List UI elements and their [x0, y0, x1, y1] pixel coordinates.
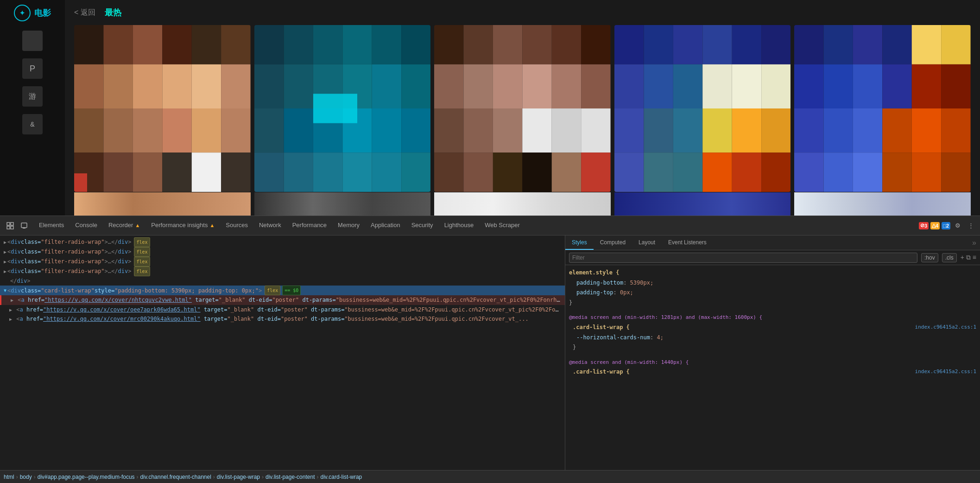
triangle-icon-9[interactable]: ▶ — [9, 317, 12, 322]
devtools-right-controls: ⊘ 3 △ 4 □ 2 ⚙ ⋮ — [919, 220, 976, 231]
inspect-element-button[interactable] — [4, 219, 17, 232]
copy-style-icon[interactable]: ⧉ — [966, 254, 971, 261]
triangle-icon-7[interactable]: ▶ — [11, 298, 13, 303]
tab-lighthouse[interactable]: Lighthouse — [439, 216, 480, 235]
html-line-link-3[interactable]: ▶ <a href="https://v.qq.com/x/cover/mrc0… — [0, 314, 565, 324]
svg-rect-60 — [254, 153, 284, 192]
styles-content[interactable]: element.style { padding-bottom: 5390px; … — [565, 265, 980, 470]
svg-rect-25 — [103, 153, 133, 192]
svg-rect-14 — [133, 64, 162, 108]
triangle-icon-3[interactable]: ▶ — [4, 258, 6, 266]
triangle-icon-2[interactable]: ▶ — [4, 248, 6, 256]
svg-rect-122 — [644, 64, 673, 108]
svg-rect-166 — [883, 108, 912, 153]
svg-rect-123 — [673, 64, 702, 108]
tab-performance-insights[interactable]: Performance insights ▲ — [145, 216, 220, 235]
svg-rect-46 — [372, 25, 401, 64]
svg-rect-88 — [522, 64, 551, 108]
svg-rect-154 — [883, 25, 912, 64]
tab-elements[interactable]: Elements — [33, 216, 70, 235]
breadcrumb-html[interactable]: html — [4, 474, 14, 480]
toggle-style-icon[interactable]: ≡ — [973, 254, 976, 261]
movie-card-5[interactable] — [794, 25, 971, 192]
svg-rect-59 — [401, 108, 430, 153]
tab-application[interactable]: Application — [365, 216, 406, 235]
red-side-element — [74, 173, 87, 192]
html-line-highlighted[interactable]: ▼ <div class="card-list-wrap" style="pad… — [0, 286, 565, 295]
sidebar-icon-p[interactable]: P — [22, 58, 43, 79]
styles-filter-bar: :hov .cls + ⧉ ≡ — [565, 250, 980, 265]
breadcrumb-channel[interactable]: div.channel.frequent-channel — [140, 474, 211, 480]
device-toolbar-button[interactable] — [18, 219, 31, 232]
section-title: 最热 — [105, 7, 121, 18]
tab-network[interactable]: Network — [253, 216, 287, 235]
tab-web-scraper[interactable]: Web Scraper — [479, 216, 525, 235]
triangle-icon-6[interactable]: ▼ — [4, 286, 6, 294]
movie-card-3[interactable] — [434, 25, 611, 192]
html-line-link-2[interactable]: ▶ <a href="https://v.qq.com/x/cover/oee7… — [0, 305, 565, 314]
breadcrumb-body[interactable]: body — [20, 474, 32, 480]
svg-rect-137 — [732, 153, 761, 192]
svg-rect-43 — [284, 25, 313, 64]
svg-rect-115 — [614, 25, 644, 64]
html-line-error-1[interactable]: ▶ <a href="https://v.qq.com/x/cover/nhtc… — [0, 295, 565, 305]
svg-rect-8 — [133, 25, 162, 64]
breadcrumb-list-page-content[interactable]: div.list-page-content — [266, 474, 315, 480]
triangle-icon-1[interactable]: ▶ — [4, 238, 6, 246]
elements-panel[interactable]: ▶ <div class="filter-radio-wrap" > … </d… — [0, 235, 565, 470]
warning-badge: △ 4 — [930, 222, 940, 229]
tab-memory[interactable]: Memory — [332, 216, 365, 235]
tab-sources[interactable]: Sources — [220, 216, 253, 235]
styles-chevron[interactable]: » — [972, 235, 980, 250]
styles-tab-styles[interactable]: Styles — [565, 235, 594, 250]
breadcrumb-card-list-wrap[interactable]: div.card-list-wrap — [320, 474, 362, 480]
svg-rect-97 — [434, 153, 463, 192]
back-button[interactable]: < 返回 — [74, 8, 95, 18]
triangle-icon-4[interactable]: ▶ — [4, 267, 6, 275]
content-area: < 返回 最热 — [65, 0, 980, 216]
tab-recorder[interactable]: Recorder ▲ — [103, 216, 145, 235]
hov-button[interactable]: :hov — [921, 253, 938, 262]
svg-rect-91 — [434, 108, 463, 153]
svg-rect-9 — [162, 25, 191, 64]
breadcrumb-app[interactable]: div#app.page.page--play.medium-focus — [38, 474, 135, 480]
devtools-panel: Elements Console Recorder ▲ Performance … — [0, 216, 980, 483]
movie-card-2[interactable] — [254, 25, 431, 192]
html-line-1[interactable]: ▶ <div class="filter-radio-wrap" > … </d… — [0, 237, 565, 247]
svg-rect-80 — [464, 25, 493, 64]
styles-tab-event-listeners[interactable]: Event Listeners — [662, 235, 713, 250]
styles-tab-computed[interactable]: Computed — [594, 235, 632, 250]
svg-rect-173 — [912, 153, 941, 192]
svg-rect-28 — [192, 153, 221, 192]
breadcrumb-list-page-wrap[interactable]: div.list-page-wrap — [217, 474, 260, 480]
svg-rect-49 — [284, 64, 313, 108]
svg-rect-83 — [552, 25, 581, 64]
styles-filter-input[interactable] — [569, 253, 917, 263]
tab-security[interactable]: Security — [406, 216, 439, 235]
svg-rect-47 — [401, 25, 430, 64]
app-title: 电影 — [34, 7, 51, 19]
svg-rect-126 — [761, 64, 790, 108]
svg-rect-11 — [221, 25, 250, 64]
movie-card-1[interactable] — [74, 25, 251, 192]
more-options-button[interactable]: ⋮ — [965, 220, 976, 231]
tab-performance[interactable]: Performance — [287, 216, 332, 235]
cls-button[interactable]: .cls — [942, 253, 957, 262]
app-logo[interactable]: ✦ 电影 — [14, 5, 51, 21]
html-line-3[interactable]: ▶ <div class="filter-radio-wrap" > … </d… — [0, 257, 565, 267]
tab-console[interactable]: Console — [70, 216, 103, 235]
html-line-4[interactable]: ▶ <div class="filter-radio-wrap" > … </d… — [0, 267, 565, 276]
sidebar-icon-and[interactable]: & — [22, 114, 43, 134]
svg-rect-52 — [372, 64, 401, 108]
triangle-icon-8[interactable]: ▶ — [9, 307, 12, 312]
svg-rect-42 — [254, 25, 284, 64]
svg-rect-61 — [284, 153, 313, 192]
add-style-icon[interactable]: + — [961, 254, 964, 261]
sidebar-icon-you[interactable]: 游 — [22, 86, 43, 107]
html-line-5[interactable]: </div> — [0, 276, 565, 286]
html-line-2[interactable]: ▶ <div class="filter-radio-wrap" > … </d… — [0, 247, 565, 257]
svg-rect-168 — [942, 108, 971, 153]
styles-tab-layout[interactable]: Layout — [632, 235, 662, 250]
settings-button[interactable]: ⚙ — [952, 220, 963, 231]
movie-card-4[interactable] — [614, 25, 791, 192]
